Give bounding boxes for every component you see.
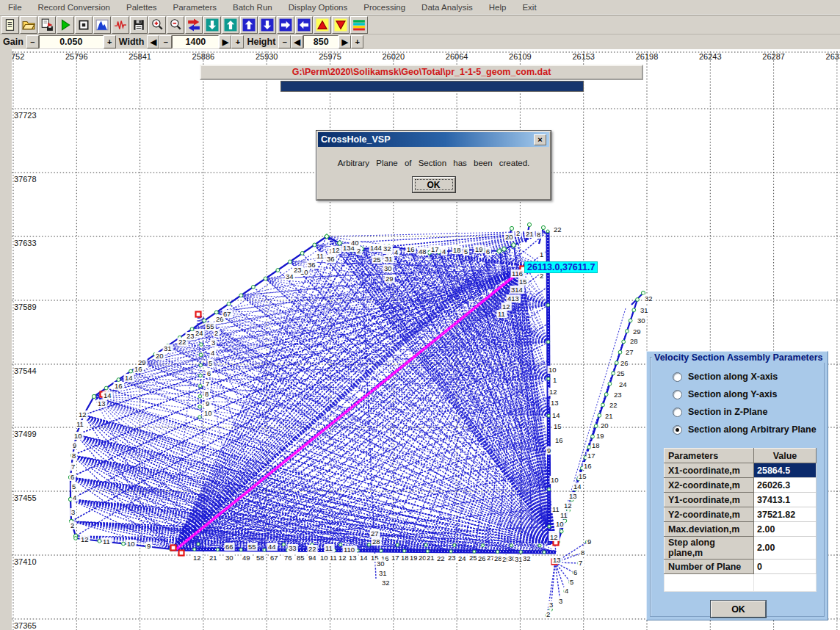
svg-text:27: 27 (626, 348, 634, 356)
svg-text:8: 8 (205, 390, 209, 398)
width-prev-button[interactable]: ◀ (147, 35, 159, 48)
height-decrease-button[interactable]: – (278, 35, 291, 48)
menu-item-processing[interactable]: Processing (355, 1, 413, 13)
point-label: 4 (394, 248, 400, 256)
menu-item-file[interactable]: File (0, 1, 30, 13)
radio-section-along-arbitrary-plane[interactable]: Section along Arbitrary Plane (673, 424, 817, 435)
svg-text:12: 12 (549, 388, 557, 396)
svg-text:1: 1 (553, 376, 557, 384)
close-icon[interactable]: × (534, 134, 546, 145)
x-tick: 25796 (65, 52, 88, 61)
point-label: 29 (385, 275, 395, 283)
menu-item-palettes[interactable]: Palettes (118, 1, 165, 13)
svg-text:32: 32 (383, 245, 391, 253)
dialog-ok-button[interactable]: OK (413, 177, 455, 192)
svg-text:110: 110 (344, 546, 355, 554)
x-tick: 26332 (826, 52, 840, 61)
svg-text:58: 58 (256, 554, 264, 562)
menu-item-parameters[interactable]: Parameters (165, 1, 225, 13)
toolbar-swap-traces-button[interactable] (185, 16, 203, 34)
toolbar-save-convert-button[interactable] (38, 16, 56, 34)
toolbar-gain-up-button[interactable] (314, 16, 331, 34)
param-value-cell[interactable]: 37521.82 (754, 507, 817, 522)
progress-bar (280, 81, 584, 92)
point-label: 55 (247, 543, 258, 551)
toolbar-stop-button[interactable] (75, 16, 93, 34)
triangle-up-red-icon (316, 18, 329, 32)
gain-decrease-button[interactable]: – (26, 35, 39, 48)
x-tick: 26198 (636, 52, 659, 61)
toolbar-run-button[interactable] (57, 16, 74, 34)
toolbar-gain-down-button[interactable] (332, 16, 350, 34)
point-label: 110 (343, 546, 358, 554)
arrow-up-blue-icon (242, 18, 256, 32)
svg-text:22: 22 (308, 545, 316, 553)
panel-ok-button[interactable]: OK (711, 601, 766, 618)
arrow-left-blue-icon (297, 18, 311, 32)
radio-section-in-z-plane[interactable]: Section in Z-Plane (673, 406, 767, 418)
menu-item-help[interactable]: Help (481, 1, 515, 13)
toolbar-shift-up-button[interactable] (222, 16, 239, 34)
width-value-field[interactable]: 1400 (172, 35, 219, 48)
height-value-field[interactable]: 850 (303, 35, 338, 48)
width-increase-button[interactable]: + (231, 35, 244, 48)
svg-text:11: 11 (325, 544, 333, 552)
point-label: 16 (114, 382, 124, 390)
menu-item-batch-run[interactable]: Batch Run (225, 1, 280, 13)
toolbar-new-report-button[interactable] (1, 16, 19, 34)
svg-text:29: 29 (633, 327, 641, 336)
svg-text:28: 28 (630, 337, 638, 345)
dialog-title-bar[interactable]: CrossHole_VSP × (318, 132, 549, 147)
toolbar-move-right-button[interactable] (277, 16, 294, 34)
param-value-cell[interactable]: 25864.5 (754, 463, 817, 478)
param-value-cell[interactable]: 26026.3 (754, 478, 817, 493)
param-value-cell[interactable]: 37413.1 (754, 493, 817, 507)
toolbar-palette-button[interactable] (350, 16, 368, 34)
toolbar-waveform-view-button[interactable] (112, 16, 129, 34)
gain-value-field[interactable]: 0.050 (39, 35, 104, 48)
toolbar-zoom-in-button[interactable] (148, 16, 166, 34)
section-endpoint-marker (196, 312, 201, 317)
svg-text:12: 12 (550, 533, 558, 541)
toolbar-save-button[interactable] (130, 16, 148, 34)
play-icon (59, 18, 72, 32)
param-value-cell[interactable]: 0 (754, 560, 817, 574)
svg-text:17: 17 (391, 554, 399, 562)
toolbar-shift-down-button[interactable] (203, 16, 221, 34)
toolbar-open-file-button[interactable] (20, 16, 37, 34)
svg-text:12: 12 (332, 246, 340, 254)
gain-increase-button[interactable]: + (104, 35, 116, 48)
toolbar-move-down-button[interactable] (258, 16, 276, 34)
radio-section-along-y-axis[interactable]: Section along Y-axis (673, 388, 777, 400)
svg-text:21: 21 (526, 230, 534, 238)
height-prev-button[interactable]: ◀ (291, 35, 303, 48)
radio-section-along-x-axis[interactable]: Section along X-axis (673, 371, 778, 383)
point-label: 10 (319, 554, 330, 562)
height-next-button[interactable]: ▶ (338, 35, 351, 48)
toolbar-move-left-button[interactable] (295, 16, 313, 34)
point-label: 15 (578, 472, 588, 480)
menu-item-exit[interactable]: Exit (514, 1, 544, 13)
menu-item-display-options[interactable]: Display Options (280, 1, 356, 13)
width-next-button[interactable]: ▶ (219, 35, 231, 48)
height-increase-button[interactable]: + (351, 35, 363, 48)
svg-text:11: 11 (330, 554, 337, 562)
svg-text:2: 2 (214, 329, 218, 337)
point-label: 5 (71, 482, 78, 490)
toolbar-amplitude-spectrum-button[interactable] (93, 16, 111, 34)
point-label: 10 (550, 476, 560, 484)
point-label: 3 (548, 601, 555, 609)
toolbar-move-up-button[interactable] (240, 16, 258, 34)
toolbar-zoom-out-button[interactable] (167, 16, 184, 34)
point-label: 21 (209, 554, 219, 562)
svg-text:48: 48 (419, 247, 427, 256)
point-label: 144 (369, 244, 384, 252)
width-decrease-button[interactable]: – (159, 35, 172, 48)
svg-text:14: 14 (125, 374, 133, 382)
param-value-cell[interactable]: 2.00 (754, 537, 817, 560)
menu-item-data-analysis[interactable]: Data Analysis (413, 1, 481, 13)
menu-item-record-conversion[interactable]: Record Conversion (30, 1, 118, 13)
table-row: X2-coordinate,m26026.3 (665, 478, 817, 493)
svg-text:12: 12 (338, 554, 347, 562)
param-value-cell[interactable]: 2.00 (754, 522, 817, 537)
